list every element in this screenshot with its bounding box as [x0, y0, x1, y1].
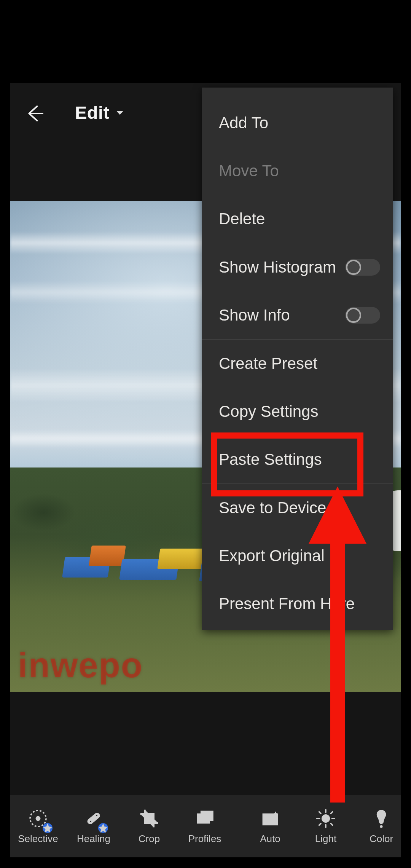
tool-auto[interactable]: Auto [242, 795, 298, 857]
menu-item-add-to[interactable]: Add To [202, 99, 393, 147]
toggle-show-histogram[interactable] [345, 259, 380, 276]
app-panel: inwepo Edit Add To Move [10, 83, 401, 857]
tool-label: Crop [139, 833, 160, 845]
svg-point-3 [90, 820, 92, 822]
tool-label: Selective [18, 833, 58, 845]
tool-healing[interactable]: Healing [66, 795, 121, 857]
light-icon [315, 808, 336, 829]
svg-rect-6 [201, 811, 213, 820]
tool-selective[interactable]: Selective [10, 795, 66, 857]
tool-profiles[interactable]: Profiles [177, 795, 233, 857]
auto-icon [260, 808, 281, 829]
edit-toolbar: Selective Healing Crop [10, 795, 401, 857]
menu-item-show-info[interactable]: Show Info [202, 291, 393, 339]
profiles-icon [194, 808, 215, 829]
svg-point-1 [36, 816, 40, 821]
premium-badge [43, 823, 53, 833]
toggle-show-info[interactable] [345, 307, 380, 324]
menu-item-label: Move To [219, 162, 279, 180]
menu-item-label: Present From Here [219, 595, 355, 613]
mode-dropdown[interactable]: Edit [75, 102, 125, 123]
menu-item-create-preset[interactable]: Create Preset [202, 340, 393, 388]
menu-item-save-to-device[interactable]: Save to Device [202, 484, 393, 532]
menu-item-label: Paste Settings [219, 450, 322, 469]
back-button[interactable] [21, 100, 48, 127]
healing-icon [83, 808, 104, 829]
menu-item-label: Copy Settings [219, 402, 318, 421]
menu-item-label: Show Histogram [219, 258, 336, 276]
tool-label: Auto [260, 833, 280, 845]
menu-item-label: Create Preset [219, 354, 317, 373]
crop-icon [139, 808, 160, 829]
overflow-menu: Add To Move To Delete Show Histogram Sho… [202, 88, 393, 630]
menu-item-label: Save to Device [219, 499, 326, 517]
tool-label: Light [315, 833, 336, 845]
tool-label: Color [370, 833, 393, 845]
tool-label: Healing [77, 833, 110, 845]
svg-point-4 [96, 814, 98, 816]
selective-icon [27, 808, 49, 829]
screenshot-frame: inwepo Edit Add To Move [0, 0, 411, 868]
menu-item-present-from-here[interactable]: Present From Here [202, 580, 393, 628]
tool-light[interactable]: Light [298, 795, 354, 857]
tool-label: Profiles [188, 833, 221, 845]
menu-item-label: Add To [219, 114, 268, 132]
mode-label: Edit [75, 102, 110, 123]
svg-point-8 [322, 815, 330, 822]
svg-point-9 [380, 825, 383, 828]
menu-item-label: Delete [219, 210, 265, 228]
menu-item-label: Show Info [219, 306, 290, 324]
menu-item-delete[interactable]: Delete [202, 195, 393, 243]
menu-item-label: Export Original [219, 547, 325, 565]
color-icon [371, 808, 392, 829]
menu-item-copy-settings[interactable]: Copy Settings [202, 388, 393, 436]
arrow-left-icon [25, 104, 44, 123]
menu-item-show-histogram[interactable]: Show Histogram [202, 243, 393, 291]
watermark-text: inwepo [18, 645, 143, 685]
chevron-down-icon [115, 108, 125, 118]
menu-item-export-original[interactable]: Export Original [202, 532, 393, 580]
tool-color[interactable]: Color [354, 795, 401, 857]
menu-item-paste-settings[interactable]: Paste Settings [202, 436, 393, 483]
premium-badge [98, 823, 108, 833]
menu-item-move-to: Move To [202, 147, 393, 195]
tool-crop[interactable]: Crop [121, 795, 177, 857]
